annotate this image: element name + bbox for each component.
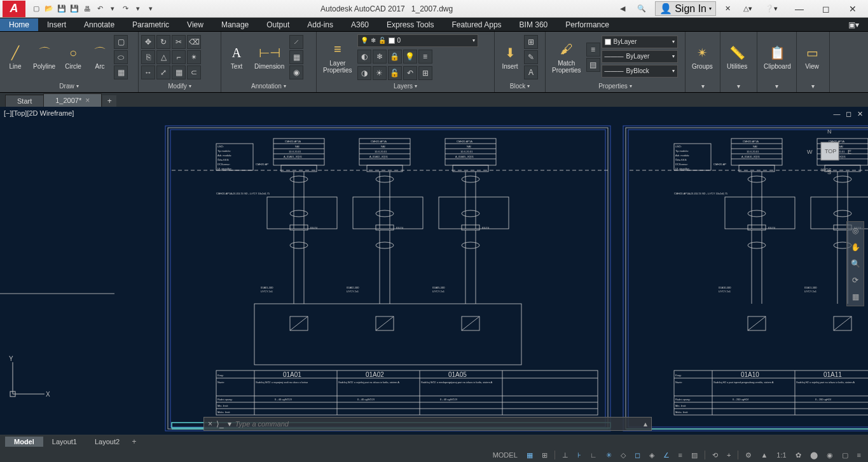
offset-icon[interactable]: ⊂ bbox=[187, 65, 201, 79]
close-button[interactable]: ✕ bbox=[840, 1, 865, 17]
table-icon[interactable]: ▦ bbox=[289, 50, 303, 64]
layerunlock-icon[interactable]: 🔓 bbox=[388, 66, 402, 80]
recent-icon[interactable]: ▴ bbox=[644, 419, 647, 428]
drawing-canvas[interactable]: [−][Top][2D Wireframe] — ◻ ✕ USO: Tip mo… bbox=[0, 107, 868, 435]
ribbon-collapse-icon[interactable]: ▣▾ bbox=[839, 18, 868, 31]
tab-layout2[interactable]: Layout2 bbox=[86, 437, 128, 447]
snap-icon[interactable]: ⊞ bbox=[540, 451, 549, 459]
tab-home[interactable]: Home bbox=[0, 18, 38, 31]
iso-icon[interactable]: ◇ bbox=[619, 451, 628, 459]
panel-label[interactable]: Layers ▾ bbox=[319, 81, 492, 91]
cleanscreen-icon[interactable]: ▢ bbox=[840, 451, 850, 459]
hatch-icon[interactable]: ▦ bbox=[114, 65, 128, 79]
orbit-icon[interactable]: ⟳ bbox=[849, 274, 862, 287]
ellipse-icon[interactable]: ⬭ bbox=[114, 50, 128, 64]
panel-label[interactable]: Block ▾ bbox=[497, 81, 542, 91]
explode-icon[interactable]: ✴ bbox=[187, 50, 201, 64]
layerstate-icon[interactable]: ⊞ bbox=[418, 66, 432, 80]
panel-label[interactable]: Properties ▾ bbox=[548, 81, 682, 91]
circle-button[interactable]: ○Circle bbox=[60, 43, 86, 71]
close-icon[interactable]: × bbox=[85, 96, 90, 105]
arc-button[interactable]: ⌒Arc bbox=[87, 43, 113, 71]
matchprop-button[interactable]: 🖌Match Properties bbox=[548, 39, 585, 75]
saveas-icon[interactable]: 💾 bbox=[69, 3, 80, 15]
rectangle-icon[interactable]: ▢ bbox=[114, 35, 128, 49]
linetype-selector[interactable]: ———ByBlock▾ bbox=[602, 65, 678, 78]
undo-icon[interactable]: ↶ bbox=[94, 3, 106, 15]
open-icon[interactable]: 📂 bbox=[43, 3, 55, 15]
panel-label[interactable]: Draw ▾ bbox=[3, 81, 135, 91]
tab-view[interactable]: View bbox=[178, 18, 212, 31]
quick-icon[interactable]: ▤ bbox=[586, 58, 600, 72]
showmotion-icon[interactable]: ▦ bbox=[849, 290, 862, 303]
scale-button[interactable]: 1:1 bbox=[775, 451, 788, 459]
command-input[interactable] bbox=[235, 420, 640, 428]
qat-menu-icon[interactable]: ▾ bbox=[145, 3, 156, 15]
layer-properties-button[interactable]: ≡Layer Properties bbox=[319, 39, 356, 75]
minimize-button[interactable]: — bbox=[787, 1, 812, 17]
erase-icon[interactable]: ⌫ bbox=[187, 35, 201, 49]
command-line[interactable]: × ⟩_ ▾ ▴ bbox=[203, 417, 652, 431]
filetab-add-button[interactable]: + bbox=[102, 95, 116, 107]
rotate-icon[interactable]: ↻ bbox=[156, 35, 170, 49]
osnap-icon[interactable]: ◻ bbox=[633, 451, 642, 459]
annomonitor-icon[interactable]: + bbox=[725, 451, 733, 459]
layerfrz-icon[interactable]: ❄ bbox=[373, 50, 387, 64]
tab-addins[interactable]: Add-ins bbox=[298, 18, 342, 31]
steering-icon[interactable]: ◎ bbox=[849, 224, 862, 237]
lineweight-icon[interactable]: ≡ bbox=[677, 451, 684, 459]
exchange-icon[interactable]: ✕ bbox=[721, 3, 734, 14]
workspace-icon[interactable]: ⚙ bbox=[743, 451, 754, 459]
new-icon[interactable]: ▢ bbox=[31, 3, 42, 15]
lineweight-selector[interactable]: ———ByLayer▾ bbox=[602, 50, 678, 63]
a360-icon[interactable]: △▾ bbox=[740, 3, 756, 14]
transparency-icon[interactable]: ▨ bbox=[689, 451, 699, 459]
groups-button[interactable]: ✴Groups bbox=[688, 43, 717, 71]
tab-annotate[interactable]: Annotate bbox=[75, 18, 123, 31]
tab-manage[interactable]: Manage bbox=[212, 18, 258, 31]
polar-icon[interactable]: ✳ bbox=[604, 451, 614, 459]
infer-icon[interactable]: ⊥ bbox=[560, 451, 570, 459]
hwaccel-icon[interactable]: ⬤ bbox=[808, 451, 820, 459]
plot-icon[interactable]: 🖶 bbox=[81, 3, 93, 15]
tab-parametric[interactable]: Parametric bbox=[123, 18, 178, 31]
workspace-switch-icon[interactable]: ✿ bbox=[794, 451, 803, 459]
leader-icon[interactable]: ⟋ bbox=[289, 35, 303, 49]
3dosnap-icon[interactable]: ◈ bbox=[647, 451, 656, 459]
filetab-start[interactable]: Start bbox=[5, 95, 44, 107]
tab-performance[interactable]: Performance bbox=[556, 18, 618, 31]
dimension-button[interactable]: ⊢⊣Dimension bbox=[251, 43, 288, 71]
attr-icon[interactable]: A bbox=[524, 65, 538, 79]
layerprev-icon[interactable]: ↶ bbox=[403, 66, 417, 80]
ortho-icon[interactable]: ∟ bbox=[588, 451, 599, 459]
zoom-icon[interactable]: 🔍 bbox=[849, 257, 862, 270]
polyline-button[interactable]: ⌒Polyline bbox=[29, 43, 59, 71]
markup-icon[interactable]: ◉ bbox=[289, 65, 303, 79]
array-icon[interactable]: ▦ bbox=[172, 65, 186, 79]
tab-featuredapps[interactable]: Featured Apps bbox=[443, 18, 511, 31]
view-button[interactable]: ▭View bbox=[799, 43, 825, 71]
tab-model[interactable]: Model bbox=[5, 437, 43, 447]
tab-a360[interactable]: A360 bbox=[342, 18, 378, 31]
otrack-icon[interactable]: ∠ bbox=[661, 451, 672, 459]
tab-insert[interactable]: Insert bbox=[38, 18, 75, 31]
scale-icon[interactable]: ⤢ bbox=[156, 65, 170, 79]
layerthaw-icon[interactable]: ☀ bbox=[373, 66, 387, 80]
nav-left-icon[interactable]: ◀ bbox=[617, 3, 628, 15]
cycling-icon[interactable]: ⟲ bbox=[710, 451, 720, 459]
tab-output[interactable]: Output bbox=[258, 18, 298, 31]
edit-icon[interactable]: ✎ bbox=[524, 50, 538, 64]
layeroff-icon[interactable]: ◑ bbox=[357, 66, 371, 80]
utilities-button[interactable]: 📏Utilities bbox=[723, 43, 751, 71]
panel-label[interactable]: Modify ▾ bbox=[141, 81, 218, 91]
line-button[interactable]: ╱Line bbox=[3, 43, 28, 71]
filetab-current[interactable]: 1_2007*× bbox=[43, 93, 102, 107]
fillet-icon[interactable]: ⌐ bbox=[172, 50, 186, 64]
tab-bim360[interactable]: BIM 360 bbox=[511, 18, 557, 31]
app-logo[interactable]: A bbox=[3, 1, 25, 17]
layermatch-icon[interactable]: ≡ bbox=[418, 50, 432, 64]
isolate-icon[interactable]: ◉ bbox=[825, 451, 835, 459]
move-icon[interactable]: ✥ bbox=[141, 35, 155, 49]
tab-layout1[interactable]: Layout1 bbox=[43, 437, 86, 447]
stretch-icon[interactable]: ↔ bbox=[141, 65, 155, 79]
